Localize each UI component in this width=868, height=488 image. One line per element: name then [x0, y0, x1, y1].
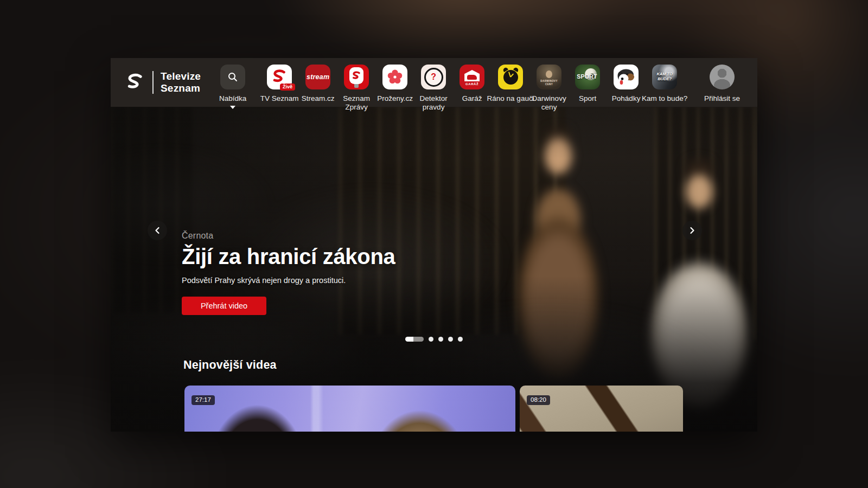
search-icon [227, 72, 238, 82]
clock-bell-right [513, 67, 519, 72]
prozeny-flower-icon [382, 65, 407, 89]
alarm-clock-icon [498, 65, 523, 89]
hero-banner: Černota Žijí za hranicí zákona Podsvětí … [111, 107, 757, 432]
question-mark: ? [431, 72, 436, 82]
video-duration-badge: 08:20 [527, 395, 550, 405]
kam-to-bude-icon: KAM TO BUDE? [652, 65, 677, 89]
clock-face [503, 70, 518, 85]
darwin-wordmark: DARWINOVY CENY [538, 80, 560, 86]
stream-icon: stream [305, 65, 330, 89]
video-duration-badge: 27:17 [192, 395, 215, 405]
channel-darwinovy-ceny[interactable]: DARWINOVY CENY Darwinovy ceny [537, 65, 561, 111]
login-button[interactable]: Přihlásit se [701, 58, 743, 103]
latest-videos-heading: Nejnovější videa [183, 358, 277, 372]
live-badge: Živě [280, 84, 295, 91]
carousel-dot-active[interactable] [405, 337, 424, 342]
mirror-shape [349, 67, 363, 84]
search-tile[interactable] [220, 65, 245, 89]
car-shape [467, 75, 477, 80]
channel-nav: Nabídka Živě TV Seznam stream Stream.cz [220, 58, 677, 111]
menu-label: Nabídka [209, 94, 257, 103]
garage-house-shape [464, 70, 480, 81]
carousel-dot[interactable] [438, 337, 443, 342]
sport-icon: SPORT [575, 65, 600, 89]
stream-wordmark: stream [307, 73, 329, 81]
carousel-dot[interactable] [429, 337, 433, 342]
logo-divider [152, 71, 154, 94]
face-shape [546, 70, 552, 78]
video-card[interactable]: 08:20 [520, 386, 683, 432]
channel-seznam-zpravy[interactable]: Seznam Zprávy [344, 65, 369, 111]
chevron-left-icon [154, 227, 161, 234]
darwinovy-ceny-icon: DARWINOVY CENY [537, 65, 561, 89]
question-ring: ? [424, 68, 443, 87]
hero-title: Žijí za hranicí zákona [182, 245, 395, 269]
user-avatar-icon [710, 65, 735, 89]
app-title: Televize Seznam [161, 70, 201, 94]
app-title-line1: Televize [161, 70, 201, 82]
app-logo[interactable]: Televize Seznam [125, 58, 201, 107]
channel-label: Kam to bude? [641, 94, 688, 103]
hero-subtitle: Podsvětí Prahy skrývá nejen drogy a pros… [182, 276, 395, 285]
carousel-dots [405, 337, 463, 342]
sport-wordmark: SPORT [577, 73, 597, 80]
menu-search-button[interactable]: Nabídka [220, 65, 245, 111]
clock-bell-left [502, 67, 508, 72]
channel-tv-seznam[interactable]: Živě TV Seznam [267, 65, 292, 111]
kam-wordmark: KAM TO BUDE? [655, 72, 674, 81]
channel-garaz[interactable]: GARÁŽ Garáž [459, 65, 484, 111]
televize-seznam-window: Televize Seznam Nabídka [111, 58, 757, 432]
carousel-next-button[interactable] [682, 221, 702, 240]
video-card[interactable]: 27:17 [184, 386, 515, 432]
carousel-dot[interactable] [448, 337, 453, 342]
tv-seznam-icon: Živě [267, 65, 292, 89]
carousel-dot[interactable] [458, 337, 463, 342]
hero-content: Černota Žijí za hranicí zákona Podsvětí … [182, 231, 395, 315]
channel-detektor-pravdy[interactable]: ? Detektor pravdy [421, 65, 446, 111]
channel-prozeny-cz[interactable]: Proženy.cz [382, 65, 407, 111]
channel-stream-cz[interactable]: stream Stream.cz [305, 65, 330, 111]
channel-rano-na-gauci[interactable]: Ráno na gauči [498, 65, 523, 111]
detektor-pravdy-icon: ? [421, 65, 446, 89]
hero-show-name: Černota [182, 231, 395, 241]
channel-kam-to-bude[interactable]: KAM TO BUDE? Kam to bude? [652, 65, 677, 111]
play-video-button[interactable]: Přehrát video [182, 297, 266, 315]
seznam-s-icon [125, 73, 145, 92]
carousel-prev-button[interactable] [148, 221, 167, 240]
channel-sport[interactable]: SPORT Sport [575, 65, 600, 111]
garaz-wordmark: GARÁŽ [465, 82, 478, 86]
garaz-icon: GARÁŽ [459, 65, 484, 89]
pohadky-dog-icon [614, 65, 639, 89]
app-title-line2: Seznam [161, 82, 201, 94]
channel-pohadky[interactable]: Pohádky [614, 65, 639, 111]
clock-hand-minute [508, 72, 511, 77]
top-navigation-bar: Televize Seznam Nabídka [111, 58, 757, 107]
chevron-right-icon [689, 227, 695, 234]
seznam-zpravy-icon [344, 65, 369, 89]
login-label: Přihlásit se [698, 94, 746, 103]
chevron-down-icon [230, 106, 235, 109]
seznam-s-red-icon [271, 69, 288, 85]
